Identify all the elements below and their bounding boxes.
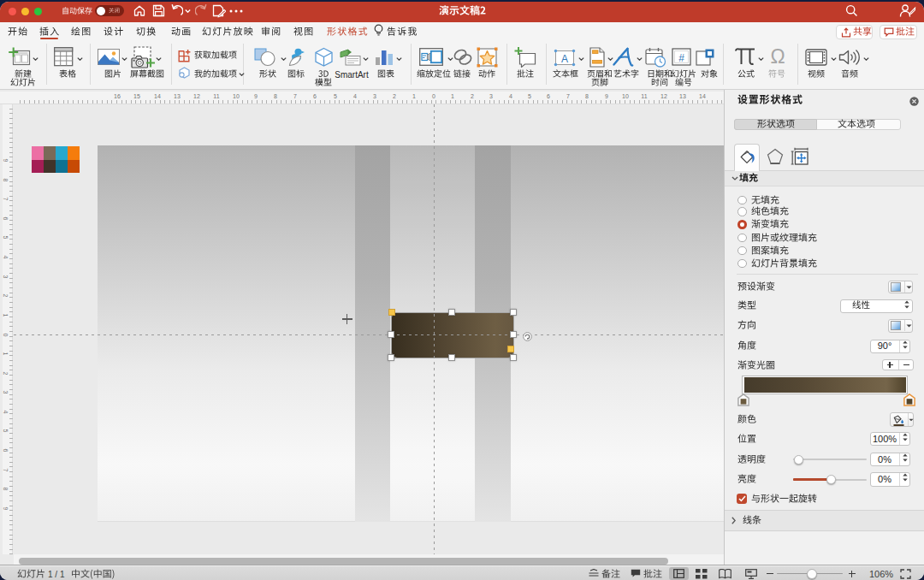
svg-text:A: A bbox=[561, 53, 568, 65]
svg-text:#: # bbox=[678, 52, 684, 64]
svg-text:Ω: Ω bbox=[770, 46, 785, 67]
